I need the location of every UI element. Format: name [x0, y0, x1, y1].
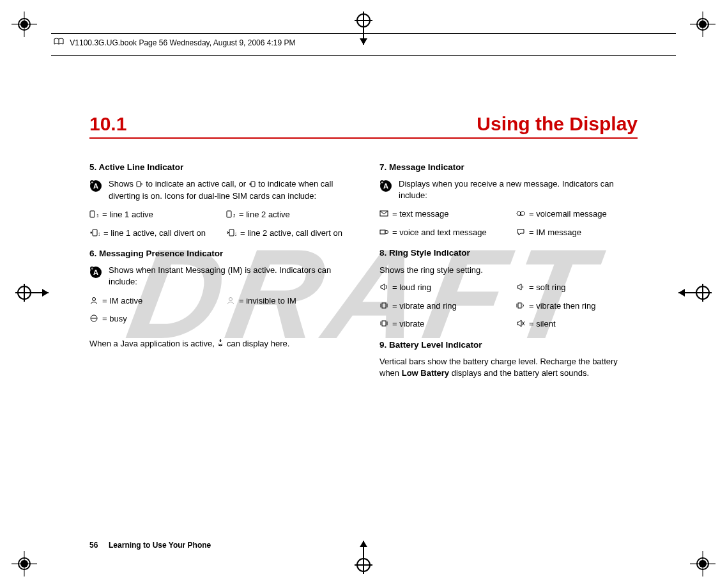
im-msg-icon	[516, 228, 525, 239]
svg-text:2: 2	[233, 213, 235, 218]
item-text: = line 1 active	[102, 209, 211, 220]
item-text: = soft ring	[529, 282, 638, 293]
list-item: = busy	[89, 313, 211, 325]
svg-rect-37	[137, 182, 141, 187]
list-item: = invisible to IM	[226, 295, 348, 307]
tip-icon: A+	[379, 178, 392, 201]
heading-message: 7. Message Indicator	[379, 162, 638, 173]
crop-mark-top-right	[690, 12, 716, 37]
svg-text:A: A	[93, 182, 98, 190]
svg-text:+: +	[91, 266, 94, 272]
list-item: = vibrate then ring	[516, 300, 638, 313]
vibrate-then-ring-icon	[516, 301, 525, 313]
book-icon	[54, 38, 66, 47]
intro-presence: A+ Shows when Instant Messaging (IM) is …	[89, 265, 348, 287]
low-battery-label: Low Battery	[402, 368, 449, 378]
list-item: = vibrate	[379, 318, 501, 330]
page-footer: 56 Learning to Use Your Phone	[89, 541, 211, 550]
vibrate-icon	[379, 319, 388, 330]
list-item: 1 = line 1 active	[89, 209, 211, 221]
svg-rect-65	[382, 303, 386, 308]
svg-point-51	[93, 297, 96, 300]
crop-mark-bottom-left	[11, 551, 37, 576]
item-text: = silent	[529, 318, 638, 330]
list-item: 1 = line 1 active, call divert on	[89, 228, 211, 240]
crop-mark-bottom-right	[690, 551, 716, 576]
crop-mark-mid-left	[10, 280, 49, 308]
intro-presence-text: Shows when Instant Messaging (IM) is act…	[109, 265, 348, 287]
soft-ring-icon	[516, 282, 525, 294]
page-number: 56	[89, 541, 98, 550]
active-line-grid: 1 = line 1 active 2 = line 2 active 1 = …	[89, 209, 348, 239]
page-frame: V1100.3G.UG.book Page 56 Wednesday, Augu…	[51, 33, 676, 555]
crop-mark-mid-right	[678, 280, 717, 308]
list-item: = IM message	[516, 227, 638, 239]
section-rule	[89, 137, 638, 139]
item-text: = line 2 active, call divert on	[240, 228, 348, 239]
svg-rect-41	[227, 211, 231, 217]
item-text: = loud ring	[392, 282, 501, 293]
ring-grid: = loud ring = soft ring = vibrate and ri…	[379, 282, 638, 330]
list-item: = soft ring	[516, 282, 638, 294]
list-item	[226, 313, 348, 325]
line2-icon: 2	[226, 210, 235, 221]
svg-rect-63	[380, 230, 385, 234]
svg-text:A: A	[93, 268, 98, 276]
item-text: = voice and text message	[392, 227, 501, 238]
crop-mark-top-left	[11, 12, 37, 37]
item-text: = vibrate	[392, 318, 501, 330]
im-active-icon	[89, 296, 98, 307]
page-header: V1100.3G.UG.book Page 56 Wednesday, Augu…	[51, 34, 676, 51]
svg-rect-70	[382, 321, 386, 326]
svg-rect-45	[229, 229, 234, 236]
list-item: = voice and text message	[379, 227, 501, 239]
list-item: = text message	[379, 208, 501, 220]
intro-message-text: Displays when you receive a new message.…	[399, 178, 638, 201]
text-fragment: can display here.	[224, 339, 289, 348]
item-text: = busy	[102, 313, 211, 325]
message-grid: = text message = voicemail message = voi…	[379, 208, 638, 238]
svg-text:+: +	[91, 180, 94, 185]
svg-marker-23	[678, 289, 685, 297]
text-fragment: displays and the battery alert sounds.	[449, 368, 589, 378]
java-icon	[217, 338, 224, 350]
voicemail-icon	[516, 209, 525, 220]
item-text: = line 2 active	[239, 209, 348, 220]
list-item: 2 = line 2 active	[226, 209, 348, 221]
phone-divert-icon	[249, 179, 256, 190]
battery-text: Vertical bars show the battery charge le…	[379, 356, 638, 378]
list-item: 2 = line 2 active, call divert on	[226, 228, 348, 240]
svg-text:2: 2	[235, 232, 236, 236]
svg-point-60	[517, 212, 521, 215]
list-item: = silent	[516, 318, 638, 330]
intro-ring: Shows the ring style setting.	[379, 265, 638, 276]
svg-text:+: +	[381, 180, 384, 185]
header-left: V1100.3G.UG.book Page 56 Wednesday, Augu…	[54, 38, 295, 47]
list-item: = vibrate and ring	[379, 300, 501, 313]
item-text: = invisible to IM	[239, 295, 348, 307]
svg-text:A: A	[383, 182, 388, 190]
svg-marker-19	[42, 289, 49, 297]
heading-battery: 9. Battery Level Indicator	[379, 339, 638, 351]
svg-text:1: 1	[98, 232, 100, 236]
content-columns: 5. Active Line Indicator A+ Shows to ind…	[89, 162, 638, 378]
item-text: = line 1 active, call divert on	[103, 228, 211, 239]
list-item: = IM active	[89, 295, 211, 307]
section-number: 10.1	[89, 113, 126, 135]
tip-icon: A+	[89, 178, 102, 201]
svg-rect-39	[90, 211, 95, 217]
heading-active-line: 5. Active Line Indicator	[89, 162, 348, 173]
list-item: = loud ring	[379, 282, 501, 294]
heading-ring: 8. Ring Style Indicator	[379, 247, 638, 259]
item-text: = vibrate and ring	[392, 300, 501, 312]
line1-divert-icon: 1	[89, 228, 100, 240]
text-fragment: When a Java application is active,	[89, 339, 217, 348]
text-fragment: Shows	[109, 179, 136, 189]
right-column: 7. Message Indicator A+ Displays when yo…	[379, 162, 638, 378]
java-note: When a Java application is active, can d…	[89, 338, 348, 350]
im-busy-icon	[89, 314, 98, 325]
silent-icon	[516, 319, 525, 330]
item-text: = vibrate then ring	[529, 300, 638, 312]
item-text: = IM message	[529, 227, 638, 238]
list-item: = voicemail message	[516, 208, 638, 220]
